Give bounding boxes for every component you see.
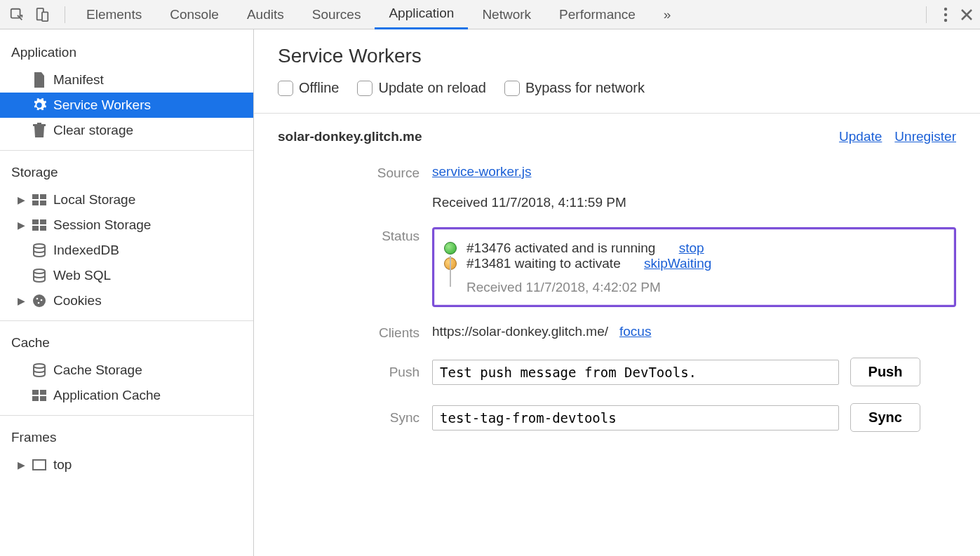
tab-performance[interactable]: Performance (545, 0, 650, 29)
svg-point-4 (944, 13, 947, 15)
unregister-link[interactable]: Unregister (894, 129, 956, 144)
tab-network[interactable]: Network (468, 0, 545, 29)
tab-application[interactable]: Application (375, 0, 468, 29)
svg-point-16 (33, 294, 46, 307)
source-label: Source (278, 164, 432, 181)
svg-rect-21 (32, 390, 39, 395)
svg-rect-2 (42, 12, 48, 21)
expand-icon[interactable]: ▶ (17, 459, 25, 470)
tab-audits[interactable]: Audits (233, 0, 298, 29)
svg-rect-24 (40, 396, 46, 401)
close-icon[interactable] (960, 8, 973, 21)
bypass-checkbox[interactable]: Bypass for network (504, 80, 645, 96)
push-label: Push (278, 358, 432, 380)
push-button[interactable]: Push (850, 358, 920, 386)
sidebar-item-cache-storage[interactable]: ▶ Cache Storage (0, 358, 253, 383)
gear-icon (31, 97, 48, 114)
status-received-text: Received 11/7/2018, 4:42:02 PM (466, 280, 936, 295)
sidebar-item-frame-top[interactable]: ▶ top (0, 452, 253, 477)
tab-console[interactable]: Console (156, 0, 233, 29)
sidebar-item-websql[interactable]: ▶ Web SQL (0, 263, 253, 288)
options-row: Offline Update on reload Bypass for netw… (278, 80, 956, 96)
sidebar-item-label: Cookies (53, 293, 102, 308)
sidebar-group-application: Application (0, 38, 253, 67)
svg-point-14 (34, 244, 45, 248)
database-icon (31, 267, 48, 284)
skipwaiting-link[interactable]: skipWaiting (644, 256, 711, 271)
toolbar-divider (65, 6, 65, 23)
source-file-link[interactable]: service-worker.js (432, 164, 531, 179)
svg-rect-8 (32, 201, 39, 205)
sidebar-group-storage: Storage (0, 158, 253, 187)
svg-rect-6 (32, 194, 39, 199)
tabs-overflow[interactable]: » (650, 0, 685, 29)
sidebar-item-label: top (53, 457, 72, 473)
svg-rect-22 (40, 390, 46, 395)
cookie-icon (31, 292, 48, 309)
update-on-reload-checkbox[interactable]: Update on reload (357, 80, 485, 96)
tab-elements[interactable]: Elements (72, 0, 156, 29)
svg-rect-13 (40, 226, 46, 231)
sidebar-item-label: Local Storage (53, 192, 135, 208)
offline-checkbox[interactable]: Offline (278, 80, 339, 96)
kebab-icon[interactable] (944, 7, 948, 22)
status-highlight-box: #13476 activated and is running stop #13… (432, 227, 956, 307)
status-active-text: #13476 activated and is running (466, 240, 655, 256)
svg-point-17 (36, 298, 39, 300)
sync-button[interactable]: Sync (850, 403, 920, 432)
inspect-icon[interactable] (7, 5, 27, 25)
status-connector-line (450, 256, 451, 287)
svg-point-20 (34, 364, 45, 368)
page-title: Service Workers (278, 45, 956, 67)
sidebar-item-service-workers[interactable]: ▶ Service Workers (0, 93, 253, 118)
sidebar-item-application-cache[interactable]: ▶ Application Cache (0, 383, 253, 408)
sidebar-item-label: Clear storage (53, 123, 133, 138)
svg-rect-10 (32, 219, 39, 224)
sidebar-item-label: Session Storage (53, 217, 151, 233)
trash-icon (31, 122, 48, 139)
file-icon (31, 72, 48, 88)
device-icon[interactable] (32, 5, 52, 25)
sidebar-item-label: IndexedDB (53, 243, 119, 258)
grid-icon (31, 217, 48, 233)
sidebar-item-label: Application Cache (53, 388, 161, 403)
sidebar-item-cookies[interactable]: ▶ Cookies (0, 288, 253, 313)
sidebar-item-session-storage[interactable]: ▶ Session Storage (0, 212, 253, 238)
sync-label: Sync (278, 403, 432, 426)
svg-point-3 (944, 7, 947, 10)
svg-rect-23 (32, 396, 39, 401)
tab-sources[interactable]: Sources (298, 0, 375, 29)
sidebar-item-manifest[interactable]: ▶ Manifest (0, 67, 253, 93)
push-input[interactable] (432, 360, 839, 385)
sidebar-item-clear-storage[interactable]: ▶ Clear storage (0, 118, 253, 143)
status-active-dot-icon (444, 242, 457, 255)
sidebar-item-indexeddb[interactable]: ▶ IndexedDB (0, 238, 253, 263)
expand-icon[interactable]: ▶ (17, 219, 25, 231)
client-url: https://solar-donkey.glitch.me/ (432, 324, 608, 339)
update-link[interactable]: Update (839, 129, 882, 144)
expand-icon[interactable]: ▶ (17, 194, 25, 205)
status-waiting-text: #13481 waiting to activate (466, 256, 621, 271)
main-content: Service Workers Offline Update on reload… (254, 29, 980, 556)
svg-point-15 (34, 269, 45, 273)
application-sidebar: Application ▶ Manifest ▶ Service Workers… (0, 29, 254, 556)
svg-rect-12 (32, 226, 39, 231)
grid-icon (31, 387, 48, 404)
sidebar-item-local-storage[interactable]: ▶ Local Storage (0, 187, 253, 212)
svg-rect-9 (40, 201, 46, 205)
svg-point-18 (41, 299, 43, 301)
svg-point-19 (38, 302, 40, 304)
sidebar-group-frames: Frames (0, 423, 253, 452)
sidebar-item-label: Manifest (53, 72, 104, 88)
database-icon (31, 242, 48, 259)
clients-label: Clients (278, 324, 432, 341)
received-text: Received 11/7/2018, 4:11:59 PM (432, 195, 956, 210)
focus-link[interactable]: focus (619, 324, 651, 339)
grid-icon (31, 191, 48, 208)
stop-link[interactable]: stop (679, 240, 704, 256)
sync-input[interactable] (432, 405, 839, 430)
toolbar-separator (926, 6, 927, 23)
sidebar-group-cache: Cache (0, 328, 253, 358)
expand-icon[interactable]: ▶ (17, 295, 25, 306)
svg-rect-11 (40, 219, 46, 224)
